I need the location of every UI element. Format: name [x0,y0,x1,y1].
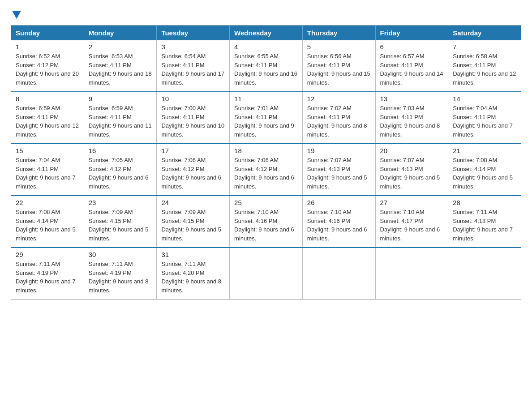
day-info: Sunrise: 7:11 AM Sunset: 4:20 PM Dayligh… [161,260,225,295]
calendar-cell: 3 Sunrise: 6:54 AM Sunset: 4:11 PM Dayli… [157,40,230,92]
calendar-cell: 4 Sunrise: 6:55 AM Sunset: 4:11 PM Dayli… [230,40,303,92]
day-number: 9 [89,95,152,103]
weekday-header-tuesday: Tuesday [157,26,230,41]
day-info: Sunrise: 7:03 AM Sunset: 4:11 PM Dayligh… [380,104,444,139]
calendar-cell [302,248,375,300]
day-info: Sunrise: 7:01 AM Sunset: 4:11 PM Dayligh… [234,104,298,139]
day-number: 10 [161,95,225,103]
day-number: 18 [234,147,298,154]
day-info: Sunrise: 7:08 AM Sunset: 4:14 PM Dayligh… [453,156,516,191]
day-info: Sunrise: 7:06 AM Sunset: 4:12 PM Dayligh… [161,156,225,191]
day-number: 21 [453,147,516,154]
calendar-cell: 29 Sunrise: 7:11 AM Sunset: 4:19 PM Dayl… [11,248,84,300]
calendar-cell: 2 Sunrise: 6:53 AM Sunset: 4:11 PM Dayli… [84,40,157,92]
day-number: 11 [234,95,298,103]
weekday-header-thursday: Thursday [302,26,375,41]
day-info: Sunrise: 7:07 AM Sunset: 4:13 PM Dayligh… [307,156,371,191]
day-info: Sunrise: 6:53 AM Sunset: 4:11 PM Dayligh… [89,52,152,87]
calendar-cell: 9 Sunrise: 6:59 AM Sunset: 4:11 PM Dayli… [84,92,157,144]
day-number: 7 [453,43,516,51]
day-info: Sunrise: 7:00 AM Sunset: 4:11 PM Dayligh… [161,104,225,139]
day-number: 1 [16,43,79,51]
day-number: 19 [307,147,371,154]
day-info: Sunrise: 7:11 AM Sunset: 4:18 PM Dayligh… [453,208,516,243]
calendar-cell: 23 Sunrise: 7:09 AM Sunset: 4:15 PM Dayl… [84,196,157,248]
day-info: Sunrise: 7:02 AM Sunset: 4:11 PM Dayligh… [307,104,371,139]
weekday-header-row: SundayMondayTuesdayWednesdayThursdayFrid… [11,26,521,41]
calendar-cell: 30 Sunrise: 7:11 AM Sunset: 4:19 PM Dayl… [84,248,157,300]
calendar-cell: 6 Sunrise: 6:57 AM Sunset: 4:11 PM Dayli… [375,40,448,92]
day-number: 5 [307,43,371,51]
calendar-table: SundayMondayTuesdayWednesdayThursdayFrid… [11,25,521,300]
day-info: Sunrise: 7:10 AM Sunset: 4:16 PM Dayligh… [234,208,298,243]
calendar-cell: 26 Sunrise: 7:10 AM Sunset: 4:16 PM Dayl… [302,196,375,248]
day-number: 17 [161,147,225,154]
day-number: 13 [380,95,444,103]
day-number: 20 [380,147,444,154]
day-info: Sunrise: 6:52 AM Sunset: 4:12 PM Dayligh… [16,52,79,87]
calendar-cell: 20 Sunrise: 7:07 AM Sunset: 4:13 PM Dayl… [375,144,448,196]
day-number: 24 [161,199,225,206]
calendar-cell: 1 Sunrise: 6:52 AM Sunset: 4:12 PM Dayli… [11,40,84,92]
calendar-cell: 18 Sunrise: 7:06 AM Sunset: 4:12 PM Dayl… [230,144,303,196]
calendar-cell: 5 Sunrise: 6:56 AM Sunset: 4:11 PM Dayli… [302,40,375,92]
calendar-week-row: 22 Sunrise: 7:08 AM Sunset: 4:14 PM Dayl… [11,196,521,248]
calendar-cell: 22 Sunrise: 7:08 AM Sunset: 4:14 PM Dayl… [11,196,84,248]
calendar-week-row: 15 Sunrise: 7:04 AM Sunset: 4:11 PM Dayl… [11,144,521,196]
day-info: Sunrise: 7:10 AM Sunset: 4:17 PM Dayligh… [380,208,444,243]
day-number: 3 [161,43,225,51]
day-number: 26 [307,199,371,206]
day-number: 31 [161,251,225,258]
calendar-cell: 31 Sunrise: 7:11 AM Sunset: 4:20 PM Dayl… [157,248,230,300]
day-number: 4 [234,43,298,51]
day-number: 27 [380,199,444,206]
day-info: Sunrise: 6:55 AM Sunset: 4:11 PM Dayligh… [234,52,298,87]
calendar-cell: 15 Sunrise: 7:04 AM Sunset: 4:11 PM Dayl… [11,144,84,196]
day-number: 14 [453,95,516,103]
calendar-cell: 14 Sunrise: 7:04 AM Sunset: 4:11 PM Dayl… [448,92,521,144]
weekday-header-wednesday: Wednesday [230,26,303,41]
calendar-cell: 10 Sunrise: 7:00 AM Sunset: 4:11 PM Dayl… [157,92,230,144]
day-info: Sunrise: 6:58 AM Sunset: 4:11 PM Dayligh… [453,52,516,87]
calendar-cell: 13 Sunrise: 7:03 AM Sunset: 4:11 PM Dayl… [375,92,448,144]
weekday-header-friday: Friday [375,26,448,41]
logo-triangle-icon [12,11,21,19]
calendar-cell: 25 Sunrise: 7:10 AM Sunset: 4:16 PM Dayl… [230,196,303,248]
calendar-week-row: 29 Sunrise: 7:11 AM Sunset: 4:19 PM Dayl… [11,248,521,300]
day-info: Sunrise: 7:05 AM Sunset: 4:12 PM Dayligh… [89,156,152,191]
day-number: 6 [380,43,444,51]
day-info: Sunrise: 7:07 AM Sunset: 4:13 PM Dayligh… [380,156,444,191]
weekday-header-saturday: Saturday [448,26,521,41]
day-info: Sunrise: 7:11 AM Sunset: 4:19 PM Dayligh… [16,260,79,295]
day-info: Sunrise: 7:06 AM Sunset: 4:12 PM Dayligh… [234,156,298,191]
day-info: Sunrise: 7:08 AM Sunset: 4:14 PM Dayligh… [16,208,79,243]
day-info: Sunrise: 7:04 AM Sunset: 4:11 PM Dayligh… [453,104,516,139]
day-info: Sunrise: 7:04 AM Sunset: 4:11 PM Dayligh… [16,156,79,191]
day-number: 8 [16,95,79,103]
day-info: Sunrise: 6:59 AM Sunset: 4:11 PM Dayligh… [16,104,79,139]
calendar-cell: 17 Sunrise: 7:06 AM Sunset: 4:12 PM Dayl… [157,144,230,196]
calendar-cell: 24 Sunrise: 7:09 AM Sunset: 4:15 PM Dayl… [157,196,230,248]
day-number: 2 [89,43,152,51]
weekday-header-monday: Monday [84,26,157,41]
calendar-cell: 21 Sunrise: 7:08 AM Sunset: 4:14 PM Dayl… [448,144,521,196]
calendar-cell: 19 Sunrise: 7:07 AM Sunset: 4:13 PM Dayl… [302,144,375,196]
weekday-header-sunday: Sunday [11,26,84,41]
calendar-cell [375,248,448,300]
calendar-week-row: 1 Sunrise: 6:52 AM Sunset: 4:12 PM Dayli… [11,40,521,92]
day-info: Sunrise: 7:10 AM Sunset: 4:16 PM Dayligh… [307,208,371,243]
day-number: 29 [16,251,79,258]
calendar-cell: 27 Sunrise: 7:10 AM Sunset: 4:17 PM Dayl… [375,196,448,248]
day-number: 15 [16,147,79,154]
day-number: 22 [16,199,79,206]
calendar-week-row: 8 Sunrise: 6:59 AM Sunset: 4:11 PM Dayli… [11,92,521,144]
day-number: 16 [89,147,152,154]
page-header [11,11,521,18]
day-info: Sunrise: 6:56 AM Sunset: 4:11 PM Dayligh… [307,52,371,87]
calendar-cell: 28 Sunrise: 7:11 AM Sunset: 4:18 PM Dayl… [448,196,521,248]
day-info: Sunrise: 6:59 AM Sunset: 4:11 PM Dayligh… [89,104,152,139]
day-number: 12 [307,95,371,103]
calendar-cell: 11 Sunrise: 7:01 AM Sunset: 4:11 PM Dayl… [230,92,303,144]
calendar-cell [448,248,521,300]
calendar-cell [230,248,303,300]
